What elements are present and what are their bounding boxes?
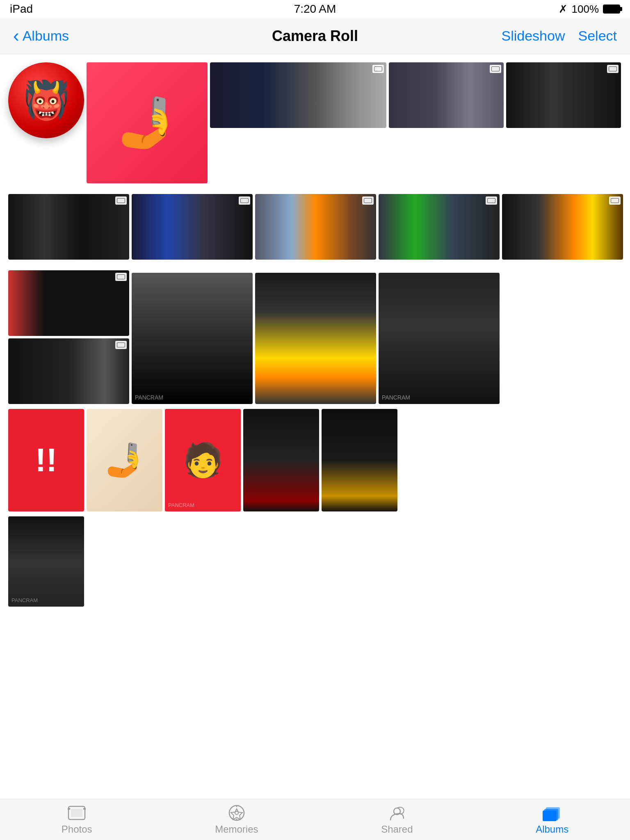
- tab-photos-label: Photos: [62, 824, 92, 835]
- photo-thumb[interactable]: [255, 194, 376, 260]
- photo-row-4: !! 🤳 🧑 PANCRAM: [8, 409, 622, 511]
- photo-thumb[interactable]: [8, 270, 129, 336]
- svg-point-6: [235, 811, 238, 815]
- battery-fill: [604, 5, 619, 13]
- photo-thumb[interactable]: [502, 194, 623, 260]
- photo-thumb[interactable]: 🤳: [87, 409, 162, 511]
- panorama-icon: [115, 341, 127, 349]
- nav-bar: Albums Camera Roll Slideshow Select: [0, 18, 630, 54]
- photo-row-3: PANCRAM PANCRAM: [8, 270, 622, 404]
- photo-thumb[interactable]: 🧑 PANCRAM: [165, 409, 241, 511]
- back-button[interactable]: Albums: [13, 27, 69, 45]
- select-button[interactable]: Select: [578, 28, 617, 44]
- photo-thumb[interactable]: PANCRAM: [379, 273, 500, 404]
- photo-thumb[interactable]: [243, 409, 319, 511]
- panorama-icon: [362, 196, 374, 205]
- svg-rect-1: [68, 808, 70, 810]
- panorama-icon: [115, 273, 127, 281]
- panorama-icon: [372, 65, 384, 73]
- tab-memories[interactable]: Memories: [215, 805, 258, 835]
- photo-thumb[interactable]: [322, 409, 397, 511]
- photo-thumb[interactable]: [8, 338, 129, 404]
- tab-shared-label: Shared: [381, 824, 413, 835]
- photo-thumb[interactable]: [8, 62, 84, 138]
- photo-thumb[interactable]: [506, 62, 621, 128]
- nav-actions: Slideshow Select: [502, 28, 617, 44]
- photo-thumb[interactable]: [132, 194, 253, 260]
- slideshow-button[interactable]: Slideshow: [502, 28, 565, 44]
- photo-grid: 🤳: [0, 54, 630, 799]
- photo-row-5: PANCRAM: [8, 516, 622, 607]
- battery-icon: [603, 5, 620, 14]
- tab-memories-label: Memories: [215, 824, 258, 835]
- battery-percent: 100%: [572, 3, 599, 16]
- memories-icon: [226, 805, 247, 821]
- photo-thumb[interactable]: PANCRAM: [132, 273, 253, 404]
- page-title: Camera Roll: [272, 27, 358, 45]
- photo-thumb[interactable]: !!: [8, 409, 84, 511]
- photo-thumb[interactable]: [379, 194, 500, 260]
- photos-icon: [66, 805, 87, 821]
- tab-photos[interactable]: Photos: [62, 805, 92, 835]
- tab-albums-label: Albums: [536, 824, 568, 835]
- shared-icon: [387, 805, 407, 821]
- photo-thumb[interactable]: [210, 62, 386, 128]
- photo-thumb[interactable]: [8, 194, 129, 260]
- device-name: iPad: [10, 2, 33, 16]
- panorama-icon: [607, 65, 619, 73]
- bluetooth-icon: ✗: [559, 3, 568, 16]
- panorama-icon: [490, 65, 501, 73]
- status-right: ✗ 100%: [559, 3, 621, 16]
- status-bar: iPad 7:20 AM ✗ 100%: [0, 0, 630, 18]
- photo-thumb[interactable]: 🤳: [87, 62, 208, 183]
- tab-albums[interactable]: Albums: [536, 805, 568, 835]
- panorama-icon: [115, 196, 127, 205]
- back-label: Albums: [23, 28, 69, 44]
- svg-rect-2: [83, 808, 86, 810]
- photo-row-1: 🤳: [8, 62, 622, 183]
- tab-bar: Photos Memories Shared: [0, 799, 630, 840]
- status-time: 7:20 AM: [294, 2, 336, 16]
- photo-thumb[interactable]: [255, 273, 376, 404]
- svg-rect-3: [71, 809, 82, 817]
- photo-thumb[interactable]: PANCRAM: [8, 516, 84, 607]
- panorama-icon: [486, 196, 497, 205]
- red-ball-image: [8, 62, 84, 138]
- albums-icon: [542, 805, 562, 821]
- photo-thumb[interactable]: [389, 62, 504, 128]
- tab-shared[interactable]: Shared: [381, 805, 413, 835]
- back-chevron-icon: [13, 27, 20, 45]
- photo-row-2: [8, 194, 622, 260]
- panorama-icon: [609, 196, 621, 205]
- svg-rect-12: [543, 810, 557, 821]
- panorama-icon: [239, 196, 250, 205]
